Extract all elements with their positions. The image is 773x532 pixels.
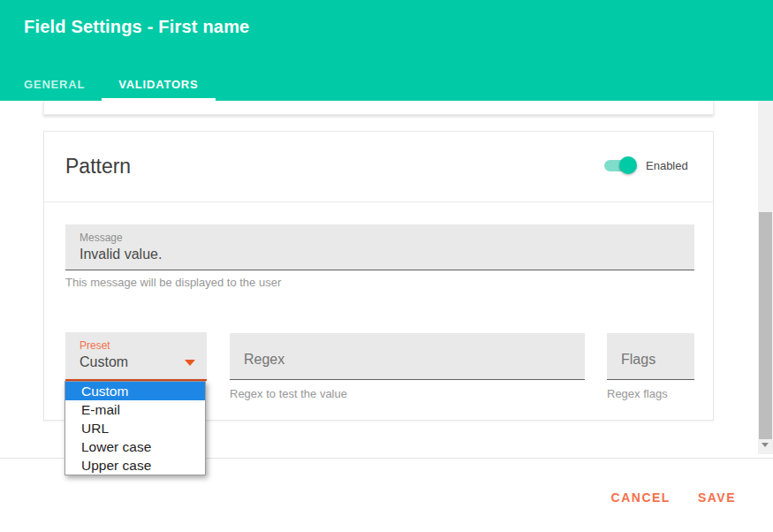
regex-input-placeholder: Regex	[244, 352, 284, 368]
pattern-section-title: Pattern	[65, 155, 131, 179]
dropdown-option-email[interactable]: E-mail	[65, 400, 205, 419]
message-field[interactable]: Message Invalid value.	[65, 224, 694, 270]
toggle-label: Enabled	[646, 159, 688, 172]
cancel-button[interactable]: CANCEL	[601, 483, 681, 512]
tab-general[interactable]: GENERAL	[7, 71, 102, 101]
regex-helper-text: Regex to test the value	[230, 387, 347, 400]
dropdown-arrow-icon	[185, 360, 195, 366]
scrollbar-down-arrow-icon[interactable]	[762, 443, 769, 447]
scrollbar-thumb[interactable]	[759, 212, 772, 439]
pattern-enabled-toggle-group: Enabled	[604, 159, 688, 172]
enabled-toggle[interactable]	[604, 160, 634, 171]
dialog-header: Field Settings - First name GENERAL VALI…	[0, 0, 773, 101]
regex-input[interactable]: Regex	[230, 333, 585, 380]
dropdown-option-upper-case[interactable]: Upper case	[65, 456, 205, 475]
message-field-label: Message	[80, 232, 694, 244]
save-button[interactable]: SAVE	[687, 483, 746, 512]
preset-select[interactable]: Preset Custom	[65, 332, 207, 381]
dropdown-option-lower-case[interactable]: Lower case	[65, 437, 205, 456]
field-settings-dialog: Field Settings - First name GENERAL VALI…	[0, 0, 773, 532]
tab-bar: GENERAL VALIDATORS	[7, 71, 216, 101]
dropdown-option-url[interactable]: URL	[65, 419, 205, 437]
pattern-card: Pattern Enabled Message Invalid value. T…	[43, 131, 714, 421]
preset-select-label: Preset	[80, 339, 207, 352]
card-header-divider	[44, 201, 713, 202]
message-helper-text: This message will be displayed to the us…	[65, 276, 281, 289]
flags-input-placeholder: Flags	[621, 352, 656, 368]
flags-helper-text: Regex flags	[607, 387, 668, 400]
message-field-value: Invalid value.	[80, 247, 694, 262]
scrolled-card-remnant	[43, 101, 714, 115]
footer-actions: CANCEL SAVE	[601, 483, 746, 512]
dialog-title: Field Settings - First name	[24, 17, 249, 37]
preset-dropdown-list: Custom E-mail URL Lower case Upper case	[64, 381, 206, 475]
dropdown-option-custom[interactable]: Custom	[65, 382, 205, 400]
vertical-scrollbar[interactable]	[758, 101, 773, 454]
flags-input[interactable]: Flags	[607, 333, 694, 380]
toggle-knob[interactable]	[619, 156, 637, 174]
tab-validators[interactable]: VALIDATORS	[102, 71, 215, 101]
